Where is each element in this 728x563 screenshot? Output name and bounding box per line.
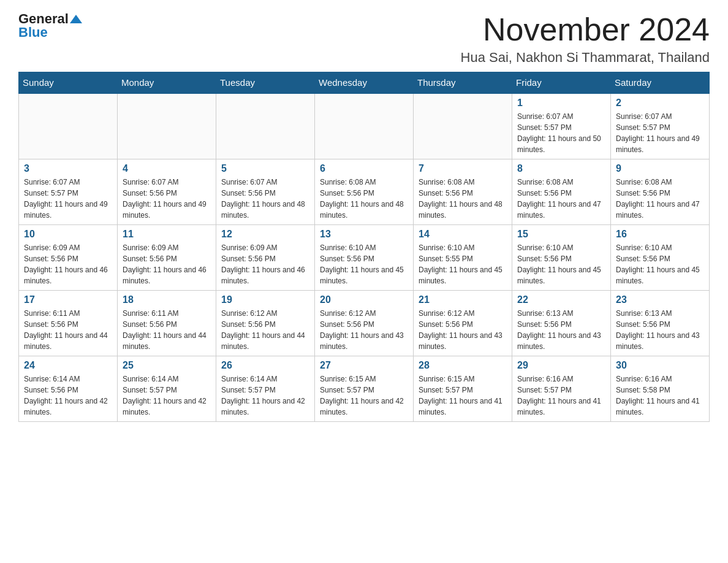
- day-number: 19: [221, 294, 309, 305]
- day-number: 15: [517, 229, 605, 240]
- calendar-cell: 2Sunrise: 6:07 AMSunset: 5:57 PMDaylight…: [611, 93, 710, 159]
- calendar-week-row: 3Sunrise: 6:07 AMSunset: 5:57 PMDaylight…: [19, 159, 710, 225]
- day-info: Sunrise: 6:07 AMSunset: 5:57 PMDaylight:…: [517, 111, 605, 155]
- calendar-cell: 16Sunrise: 6:10 AMSunset: 5:56 PMDayligh…: [611, 225, 710, 291]
- calendar-cell: [216, 93, 315, 159]
- calendar-cell: [19, 93, 118, 159]
- day-info: Sunrise: 6:08 AMSunset: 5:56 PMDaylight:…: [616, 177, 704, 221]
- day-info: Sunrise: 6:14 AMSunset: 5:57 PMDaylight:…: [123, 373, 211, 418]
- weekday-header-wednesday: Wednesday: [315, 72, 414, 94]
- day-info: Sunrise: 6:09 AMSunset: 5:56 PMDaylight:…: [221, 242, 309, 286]
- logo-blue-text: Blue: [18, 26, 48, 39]
- day-number: 29: [517, 360, 605, 371]
- day-number: 1: [517, 98, 605, 109]
- day-info: Sunrise: 6:10 AMSunset: 5:55 PMDaylight:…: [419, 242, 507, 286]
- day-number: 10: [24, 229, 112, 240]
- calendar-cell: 10Sunrise: 6:09 AMSunset: 5:56 PMDayligh…: [19, 225, 118, 291]
- page-header: General Blue November 2024 Hua Sai, Nakh…: [18, 12, 710, 66]
- calendar-cell: 8Sunrise: 6:08 AMSunset: 5:56 PMDaylight…: [512, 159, 611, 225]
- calendar-cell: 11Sunrise: 6:09 AMSunset: 5:56 PMDayligh…: [118, 225, 216, 291]
- calendar-week-row: 10Sunrise: 6:09 AMSunset: 5:56 PMDayligh…: [19, 225, 710, 291]
- day-info: Sunrise: 6:08 AMSunset: 5:56 PMDaylight:…: [517, 177, 605, 221]
- calendar-cell: 6Sunrise: 6:08 AMSunset: 5:56 PMDaylight…: [315, 159, 414, 225]
- day-number: 7: [419, 163, 507, 174]
- day-info: Sunrise: 6:13 AMSunset: 5:56 PMDaylight:…: [517, 308, 605, 352]
- calendar-cell: [414, 93, 512, 159]
- day-number: 2: [616, 98, 704, 109]
- calendar-cell: 9Sunrise: 6:08 AMSunset: 5:56 PMDaylight…: [611, 159, 710, 225]
- calendar-cell: 14Sunrise: 6:10 AMSunset: 5:55 PMDayligh…: [414, 225, 512, 291]
- day-info: Sunrise: 6:07 AMSunset: 5:56 PMDaylight:…: [123, 177, 211, 221]
- calendar-cell: 4Sunrise: 6:07 AMSunset: 5:56 PMDaylight…: [118, 159, 216, 225]
- day-info: Sunrise: 6:14 AMSunset: 5:56 PMDaylight:…: [24, 373, 112, 418]
- day-info: Sunrise: 6:10 AMSunset: 5:56 PMDaylight:…: [320, 242, 408, 286]
- day-number: 9: [616, 163, 704, 174]
- day-info: Sunrise: 6:11 AMSunset: 5:56 PMDaylight:…: [123, 308, 211, 352]
- month-title: November 2024: [461, 12, 710, 47]
- day-info: Sunrise: 6:14 AMSunset: 5:57 PMDaylight:…: [221, 373, 309, 418]
- logo-triangle-icon: [70, 15, 82, 23]
- day-number: 12: [221, 229, 309, 240]
- day-info: Sunrise: 6:11 AMSunset: 5:56 PMDaylight:…: [24, 308, 112, 352]
- weekday-header-sunday: Sunday: [19, 72, 118, 94]
- day-number: 22: [517, 294, 605, 305]
- day-number: 18: [123, 294, 211, 305]
- day-info: Sunrise: 6:12 AMSunset: 5:56 PMDaylight:…: [320, 308, 408, 352]
- day-number: 30: [616, 360, 704, 371]
- calendar-cell: 19Sunrise: 6:12 AMSunset: 5:56 PMDayligh…: [216, 291, 315, 356]
- calendar-cell: 28Sunrise: 6:15 AMSunset: 5:57 PMDayligh…: [414, 356, 512, 422]
- calendar-week-row: 17Sunrise: 6:11 AMSunset: 5:56 PMDayligh…: [19, 291, 710, 356]
- day-info: Sunrise: 6:15 AMSunset: 5:57 PMDaylight:…: [320, 373, 408, 418]
- title-block: November 2024 Hua Sai, Nakhon Si Thammar…: [461, 12, 710, 66]
- day-number: 28: [419, 360, 507, 371]
- day-info: Sunrise: 6:09 AMSunset: 5:56 PMDaylight:…: [24, 242, 112, 286]
- calendar-cell: 3Sunrise: 6:07 AMSunset: 5:57 PMDaylight…: [19, 159, 118, 225]
- day-number: 23: [616, 294, 704, 305]
- calendar-cell: 29Sunrise: 6:16 AMSunset: 5:57 PMDayligh…: [512, 356, 611, 422]
- calendar-cell: 30Sunrise: 6:16 AMSunset: 5:58 PMDayligh…: [611, 356, 710, 422]
- calendar-week-row: 1Sunrise: 6:07 AMSunset: 5:57 PMDaylight…: [19, 93, 710, 159]
- day-info: Sunrise: 6:08 AMSunset: 5:56 PMDaylight:…: [419, 177, 507, 221]
- day-info: Sunrise: 6:13 AMSunset: 5:56 PMDaylight:…: [616, 308, 704, 352]
- day-info: Sunrise: 6:16 AMSunset: 5:57 PMDaylight:…: [517, 373, 605, 418]
- calendar-cell: 5Sunrise: 6:07 AMSunset: 5:56 PMDaylight…: [216, 159, 315, 225]
- calendar-table: SundayMondayTuesdayWednesdayThursdayFrid…: [18, 72, 710, 422]
- calendar-cell: 1Sunrise: 6:07 AMSunset: 5:57 PMDaylight…: [512, 93, 611, 159]
- location-title: Hua Sai, Nakhon Si Thammarat, Thailand: [461, 50, 710, 66]
- day-number: 3: [24, 163, 112, 174]
- day-number: 20: [320, 294, 408, 305]
- calendar-cell: 18Sunrise: 6:11 AMSunset: 5:56 PMDayligh…: [118, 291, 216, 356]
- day-info: Sunrise: 6:08 AMSunset: 5:56 PMDaylight:…: [320, 177, 408, 221]
- day-info: Sunrise: 6:12 AMSunset: 5:56 PMDaylight:…: [221, 308, 309, 352]
- calendar-cell: 27Sunrise: 6:15 AMSunset: 5:57 PMDayligh…: [315, 356, 414, 422]
- day-number: 24: [24, 360, 112, 371]
- day-number: 26: [221, 360, 309, 371]
- weekday-header-saturday: Saturday: [611, 72, 710, 94]
- day-number: 4: [123, 163, 211, 174]
- day-number: 17: [24, 294, 112, 305]
- day-number: 13: [320, 229, 408, 240]
- day-number: 14: [419, 229, 507, 240]
- day-number: 25: [123, 360, 211, 371]
- day-info: Sunrise: 6:10 AMSunset: 5:56 PMDaylight:…: [616, 242, 704, 286]
- weekday-header-thursday: Thursday: [414, 72, 512, 94]
- logo: General Blue: [18, 12, 82, 39]
- day-info: Sunrise: 6:12 AMSunset: 5:56 PMDaylight:…: [419, 308, 507, 352]
- calendar-cell: 7Sunrise: 6:08 AMSunset: 5:56 PMDaylight…: [414, 159, 512, 225]
- day-info: Sunrise: 6:07 AMSunset: 5:56 PMDaylight:…: [221, 177, 309, 221]
- day-number: 6: [320, 163, 408, 174]
- day-number: 16: [616, 229, 704, 240]
- weekday-header-friday: Friday: [512, 72, 611, 94]
- day-info: Sunrise: 6:10 AMSunset: 5:56 PMDaylight:…: [517, 242, 605, 286]
- day-number: 27: [320, 360, 408, 371]
- day-info: Sunrise: 6:07 AMSunset: 5:57 PMDaylight:…: [616, 111, 704, 155]
- calendar-cell: 23Sunrise: 6:13 AMSunset: 5:56 PMDayligh…: [611, 291, 710, 356]
- calendar-cell: [315, 93, 414, 159]
- calendar-cell: 12Sunrise: 6:09 AMSunset: 5:56 PMDayligh…: [216, 225, 315, 291]
- calendar-cell: 21Sunrise: 6:12 AMSunset: 5:56 PMDayligh…: [414, 291, 512, 356]
- calendar-cell: 22Sunrise: 6:13 AMSunset: 5:56 PMDayligh…: [512, 291, 611, 356]
- day-info: Sunrise: 6:07 AMSunset: 5:57 PMDaylight:…: [24, 177, 112, 221]
- weekday-header-row: SundayMondayTuesdayWednesdayThursdayFrid…: [19, 72, 710, 94]
- day-number: 21: [419, 294, 507, 305]
- calendar-cell: 13Sunrise: 6:10 AMSunset: 5:56 PMDayligh…: [315, 225, 414, 291]
